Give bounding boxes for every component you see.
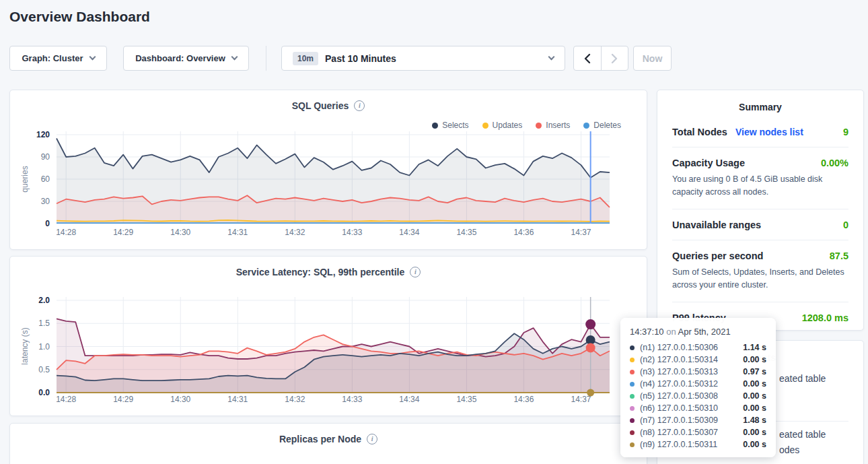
node-address: (n2) 127.0.0.1:50314 — [640, 355, 718, 364]
svg-text:14:37: 14:37 — [571, 395, 591, 404]
svg-text:14:36: 14:36 — [513, 395, 534, 404]
time-range-dropdown[interactable]: 10m Past 10 Minutes — [281, 46, 565, 71]
node-color-dot-icon — [630, 430, 635, 435]
unavailable-ranges-label: Unavailable ranges — [672, 220, 761, 230]
capacity-usage-value: 0.00% — [821, 158, 848, 168]
svg-text:60: 60 — [41, 174, 50, 184]
tooltip-timestamp: 14:37:10 on Apr 5th, 2021 — [630, 327, 766, 337]
event-item-text: odes — [779, 444, 799, 455]
graph-selector-label: Graph: Cluster — [22, 53, 83, 63]
svg-text:14:33: 14:33 — [342, 228, 362, 237]
replicas-per-node-card: Replicas per Nodei — [9, 423, 647, 464]
chevron-left-icon — [584, 53, 591, 64]
node-latency-value: 0.00 s — [743, 379, 766, 389]
svg-text:14:28: 14:28 — [56, 395, 76, 404]
sql-queries-chart[interactable]: 030609012014:2814:2914:3014:3114:3214:33… — [10, 90, 648, 251]
dashboard-selector-label: Dashboard: Overview — [135, 53, 225, 63]
svg-text:14:29: 14:29 — [113, 395, 133, 404]
event-item-text: eated table — [779, 429, 826, 440]
tooltip-row: (n9) 127.0.0.1:503110.00 s — [630, 438, 766, 451]
tooltip-row: (n4) 127.0.0.1:503120.00 s — [630, 378, 766, 390]
node-address: (n8) 127.0.0.1:50307 — [640, 428, 718, 437]
time-step-buttons — [573, 46, 628, 71]
chevron-down-icon — [231, 54, 238, 61]
node-color-dot-icon — [630, 442, 635, 447]
svg-text:0: 0 — [45, 219, 50, 228]
summary-row-capacity-usage: Capacity Usage 0.00% You are using 0 B o… — [672, 147, 848, 209]
chevron-right-icon — [611, 53, 618, 64]
node-latency-value: 0.00 s — [743, 440, 766, 449]
next-time-button[interactable] — [601, 46, 628, 70]
svg-text:14:32: 14:32 — [285, 395, 305, 404]
tooltip-row: (n5) 127.0.0.1:503080.00 s — [630, 390, 766, 402]
node-address: (n5) 127.0.0.1:50308 — [640, 391, 718, 401]
node-address: (n6) 127.0.0.1:50310 — [640, 403, 718, 413]
page-title: Overview Dashboard — [9, 9, 150, 25]
summary-row-queries-per-second: Queries per second 87.5 Sum of Selects, … — [672, 240, 848, 302]
svg-text:14:31: 14:31 — [227, 395, 248, 404]
unavailable-ranges-value: 0 — [843, 220, 848, 230]
summary-row-unavailable-ranges: Unavailable ranges 0 — [672, 209, 848, 240]
queries-per-second-description: Sum of Selects, Updates, Inserts, and De… — [672, 266, 848, 292]
svg-text:14:30: 14:30 — [170, 228, 190, 237]
node-color-dot-icon — [630, 394, 635, 399]
node-color-dot-icon — [630, 418, 635, 423]
node-latency-value: 0.00 s — [743, 428, 766, 437]
node-address: (n3) 127.0.0.1:50313 — [640, 367, 718, 376]
node-color-dot-icon — [630, 370, 635, 374]
node-address: (n4) 127.0.0.1:50312 — [640, 379, 718, 389]
svg-text:1.5: 1.5 — [38, 319, 50, 328]
svg-text:14:31: 14:31 — [227, 228, 248, 237]
svg-text:14:33: 14:33 — [342, 395, 362, 404]
chevron-down-icon — [89, 54, 96, 61]
svg-text:0.5: 0.5 — [38, 365, 50, 374]
queries-per-second-label: Queries per second — [672, 251, 763, 261]
svg-text:14:34: 14:34 — [399, 395, 419, 404]
node-latency-value: 1.48 s — [743, 416, 766, 425]
svg-text:14:34: 14:34 — [399, 228, 419, 237]
queries-per-second-value: 87.5 — [830, 251, 848, 261]
sql-queries-card: SQL Queriesi SelectsUpdatesInsertsDelete… — [9, 90, 647, 250]
graph-selector-dropdown[interactable]: Graph: Cluster — [9, 46, 107, 71]
svg-text:14:36: 14:36 — [513, 228, 534, 237]
node-color-dot-icon — [630, 358, 635, 362]
summary-title: Summary — [657, 90, 863, 112]
capacity-usage-description: You are using 0 B of 4.5 GiB usable disk… — [672, 173, 848, 199]
tooltip-row: (n1) 127.0.0.1:503061.14 s — [630, 341, 766, 354]
svg-text:0.0: 0.0 — [38, 388, 50, 397]
service-latency-card: Service Latency: SQL, 99th percentilei 0… — [9, 256, 647, 416]
node-latency-value: 0.97 s — [743, 367, 766, 376]
node-latency-value: 1.14 s — [743, 343, 766, 352]
dashboard-selector-dropdown[interactable]: Dashboard: Overview — [123, 46, 249, 71]
svg-text:2.0: 2.0 — [38, 296, 50, 305]
total-nodes-label: Total Nodes — [672, 127, 727, 137]
service-latency-chart[interactable]: 0.00.51.01.52.014:2814:2914:3014:3114:32… — [10, 257, 648, 417]
chart-hover-tooltip: 14:37:10 on Apr 5th, 2021 (n1) 127.0.0.1… — [620, 318, 776, 457]
svg-text:queries: queries — [20, 166, 30, 192]
svg-text:14:28: 14:28 — [56, 228, 76, 237]
node-color-dot-icon — [630, 406, 635, 411]
svg-text:latency (s): latency (s) — [20, 327, 30, 364]
capacity-usage-label: Capacity Usage — [672, 158, 745, 168]
svg-text:14:37: 14:37 — [571, 228, 591, 237]
node-latency-value: 0.00 s — [743, 391, 766, 401]
svg-text:14:29: 14:29 — [113, 228, 133, 237]
info-icon[interactable]: i — [367, 434, 377, 444]
replicas-per-node-title: Replicas per Nodei — [10, 433, 647, 444]
svg-text:14:32: 14:32 — [285, 228, 305, 237]
tooltip-row: (n7) 127.0.0.1:503091.48 s — [630, 414, 766, 426]
total-nodes-value: 9 — [843, 127, 848, 137]
summary-panel: Summary Total Nodes View nodes list 9 Ca… — [657, 90, 864, 331]
svg-text:90: 90 — [41, 152, 50, 162]
now-button[interactable]: Now — [633, 46, 672, 71]
tooltip-row: (n6) 127.0.0.1:503100.00 s — [630, 402, 766, 414]
controls-divider — [266, 46, 266, 71]
event-item-text: eated table — [779, 373, 826, 384]
node-color-dot-icon — [630, 382, 635, 387]
svg-text:1.0: 1.0 — [38, 342, 50, 352]
tooltip-row: (n2) 127.0.0.1:503140.00 s — [630, 354, 766, 366]
p99-latency-value: 1208.0 ms — [802, 312, 848, 323]
time-range-badge: 10m — [293, 52, 318, 65]
view-nodes-list-link[interactable]: View nodes list — [735, 127, 803, 137]
prev-time-button[interactable] — [574, 46, 601, 70]
